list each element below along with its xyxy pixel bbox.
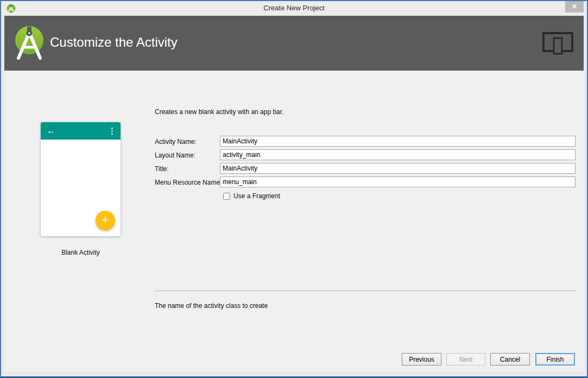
menu-resource-name-label: Menu Resource Name: bbox=[155, 179, 222, 186]
help-text: The name of the activity class to create bbox=[155, 302, 268, 310]
finish-button[interactable]: Finish bbox=[535, 353, 575, 366]
use-fragment-checkbox[interactable] bbox=[223, 193, 230, 200]
previous-button[interactable]: Previous bbox=[402, 353, 441, 366]
close-button[interactable]: ✕ bbox=[565, 1, 584, 12]
cancel-button[interactable]: Cancel bbox=[490, 353, 530, 366]
window-title: Create New Project bbox=[1, 4, 587, 12]
preview-caption: Blank Activity bbox=[41, 249, 121, 256]
menu-resource-name-input[interactable] bbox=[220, 177, 576, 187]
preview-body: + bbox=[41, 140, 121, 236]
layout-name-label: Layout Name: bbox=[155, 152, 195, 159]
activity-description: Creates a new blank activity with an app… bbox=[155, 108, 283, 116]
wizard-step-title: Customize the Activity bbox=[50, 35, 178, 50]
activity-preview-card[interactable]: ← ⋮ + bbox=[41, 122, 121, 236]
use-fragment-label: Use a Fragment bbox=[233, 192, 280, 200]
plus-icon: + bbox=[102, 213, 109, 226]
activity-name-row: Activity Name: bbox=[155, 136, 576, 147]
preview-appbar: ← ⋮ bbox=[41, 122, 121, 140]
layout-name-row: Layout Name: bbox=[155, 149, 576, 160]
title-input[interactable] bbox=[220, 163, 576, 174]
form-divider bbox=[155, 291, 576, 291]
form-factors-icon bbox=[542, 32, 573, 55]
title-label: Title: bbox=[155, 165, 169, 173]
title-row: Title: bbox=[155, 163, 576, 174]
activity-name-label: Activity Name: bbox=[155, 138, 197, 146]
use-fragment-row: Use a Fragment bbox=[223, 192, 280, 200]
fab-icon: + bbox=[96, 211, 115, 230]
title-bar[interactable]: Create New Project ✕ bbox=[1, 1, 587, 16]
next-button[interactable]: Next bbox=[446, 353, 485, 366]
overflow-menu-icon: ⋮ bbox=[108, 125, 116, 136]
layout-name-input[interactable] bbox=[220, 149, 576, 160]
activity-name-input[interactable] bbox=[220, 136, 576, 147]
close-icon: ✕ bbox=[572, 3, 577, 10]
wizard-header: Customize the Activity bbox=[4, 16, 584, 71]
back-arrow-icon: ← bbox=[47, 125, 55, 136]
create-new-project-dialog: Create New Project ✕ bbox=[0, 0, 588, 378]
menu-resource-name-row: Menu Resource Name: bbox=[155, 177, 576, 187]
android-studio-logo-icon bbox=[13, 24, 47, 62]
content-area: ← ⋮ + Blank Activity Creates a new blank… bbox=[4, 71, 584, 371]
